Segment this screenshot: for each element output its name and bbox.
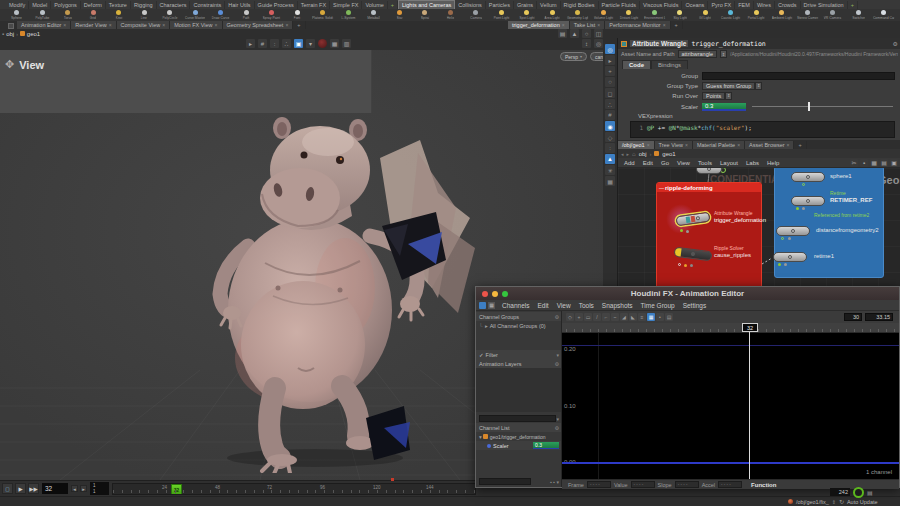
shelf-tool-area-light[interactable]: Area Light xyxy=(540,9,566,21)
pane-tab-composite-view[interactable]: Composite View× xyxy=(117,21,171,29)
close-icon[interactable]: × xyxy=(663,22,666,28)
close-window-button[interactable] xyxy=(482,291,488,297)
graph-playhead-line[interactable] xyxy=(749,323,750,479)
slider-handle[interactable] xyxy=(808,102,810,111)
shelf-tab-wires[interactable]: Wires xyxy=(754,1,775,9)
slope-input[interactable]: - - - - xyxy=(675,481,699,488)
select-arrow-icon[interactable]: ▸ xyxy=(246,39,255,48)
snap-toggle-icon[interactable]: # xyxy=(605,110,615,120)
cook-mode-icon[interactable] xyxy=(788,499,793,504)
shelf-tool-camera[interactable]: Camera xyxy=(463,9,489,21)
shelf-tab-vellum[interactable]: Vellum xyxy=(537,1,561,9)
move-keys-icon[interactable]: + xyxy=(575,313,583,321)
key-constant-icon[interactable]: ⌐ xyxy=(602,313,610,321)
expand-icon[interactable]: ▸ xyxy=(485,323,488,329)
shelf-tool-polycircle[interactable]: PolyCircle xyxy=(157,9,183,21)
shelf-tool-gi-light[interactable]: GI Light xyxy=(693,9,719,21)
step-back-button[interactable]: ◂ xyxy=(71,485,78,492)
run-over-combo[interactable]: Points xyxy=(702,92,725,100)
bypass-flag[interactable] xyxy=(678,263,681,266)
link-toggle-icon[interactable]: ↕ xyxy=(582,39,591,48)
snap-point-icon[interactable]: : xyxy=(270,39,279,48)
shelf-tool-command-camera[interactable]: Command Camera xyxy=(871,9,897,21)
shelf-tool-stereo-camera[interactable]: Stereo Camera xyxy=(795,9,821,21)
pane-tab-render-view[interactable]: Render View× xyxy=(71,21,116,29)
net-menu-add[interactable]: Add xyxy=(620,160,639,166)
close-icon[interactable]: × xyxy=(215,22,218,28)
net-menu-tools[interactable]: Tools xyxy=(694,160,716,166)
display-options-icon[interactable]: ▦ xyxy=(330,39,339,48)
template-flag[interactable] xyxy=(784,263,787,266)
show-table-icon[interactable]: ▤ xyxy=(665,313,673,321)
shelf-tool-spot-light[interactable]: Spot Light xyxy=(514,9,540,21)
net-menu-layout[interactable]: Layout xyxy=(716,160,742,166)
shelf-tab-guide-process[interactable]: Guide Process xyxy=(255,1,298,9)
close-icon[interactable]: × xyxy=(285,22,288,28)
shelf-tool-path[interactable]: Path xyxy=(234,9,260,21)
shelf-tool-knot[interactable]: Knot xyxy=(106,9,132,21)
node-sphere1[interactable] xyxy=(791,172,825,182)
gear-icon[interactable]: ⚙ xyxy=(555,314,559,320)
net-tab-asset-browser[interactable]: Asset Browser× xyxy=(745,141,794,149)
pane-tab-trigger-deformation[interactable]: trigger_deformation× xyxy=(508,21,570,29)
shelf-tab-characters[interactable]: Characters xyxy=(157,1,191,9)
maximize-pane-icon[interactable]: ▲ xyxy=(570,29,579,38)
shelf-tool-spray-paint[interactable]: Spray Paint xyxy=(259,9,285,21)
layout-icon[interactable]: ▤ xyxy=(880,159,888,167)
snap-menu-icon[interactable]: ▾ xyxy=(306,39,315,48)
pane-tab-animation-editor[interactable]: Animation Editor× xyxy=(17,21,71,29)
pin-view-icon[interactable]: ◎ xyxy=(594,39,603,48)
shelf-tool-ambient-light[interactable]: Ambient Light xyxy=(769,9,795,21)
ae-menu-edit[interactable]: Edit xyxy=(533,302,552,309)
net-menu-labs[interactable]: Labs xyxy=(742,160,763,166)
shelf-tool-volume-light[interactable]: Volume Light xyxy=(591,9,617,21)
scissors-icon[interactable]: ✂ xyxy=(850,159,858,167)
ae-menu-view[interactable]: View xyxy=(553,302,575,309)
ae-menu-channels[interactable]: Channels xyxy=(498,302,533,309)
shelf-tab-particle-fluids[interactable]: Particle Fluids xyxy=(599,1,641,9)
network-box-title[interactable]: ripple-deforming xyxy=(657,183,761,192)
ae-menu-time-group[interactable]: Time Group xyxy=(637,302,679,309)
vex-code-editor[interactable]: 1 @P += @N*@mask*chf("scaler"); xyxy=(630,121,895,138)
shelf-tool-metaball[interactable]: Metaball xyxy=(361,9,387,21)
minimize-window-button[interactable] xyxy=(492,291,498,297)
active-snap-icon[interactable]: ▣ xyxy=(294,39,303,48)
breadcrumb-node[interactable]: geo1 xyxy=(662,151,675,157)
home-icon[interactable]: ⌂ xyxy=(632,151,636,157)
tab-code[interactable]: Code xyxy=(622,60,651,69)
shelf-tool-draw-curve[interactable]: Draw Curve xyxy=(208,9,234,21)
graph-icon[interactable]: ▤ xyxy=(867,489,873,496)
accel-input[interactable]: - - - - xyxy=(718,481,742,488)
cusp-out-icon[interactable]: ◣ xyxy=(629,313,637,321)
stop-button[interactable]: ◻ xyxy=(2,483,13,494)
spinner-icon[interactable]: ⇕ xyxy=(725,92,732,100)
scaler-slider[interactable] xyxy=(752,106,893,107)
shelf-tab-rigid-bodies[interactable]: Rigid Bodies xyxy=(561,1,599,9)
template-flag[interactable] xyxy=(690,264,693,267)
gear-icon[interactable]: ⚙ xyxy=(555,425,559,431)
pin-icon[interactable]: ▪ xyxy=(860,159,868,167)
net-tab-material-palette[interactable]: Material Palette× xyxy=(693,141,745,149)
animation-editor-window[interactable]: Houdini FX - Animation Editor ▦ Channels… xyxy=(475,286,900,488)
shelf-tool-line[interactable]: Line xyxy=(132,9,158,21)
pane-tab-motion-fx-view[interactable]: Motion FX View× xyxy=(170,21,222,29)
close-icon[interactable]: × xyxy=(162,22,165,28)
value-input[interactable]: - - - - xyxy=(631,481,655,488)
frame-value-box[interactable]: 30 xyxy=(844,313,862,321)
template-flag[interactable] xyxy=(802,207,805,210)
shelf-tool-point-light[interactable]: Point Light xyxy=(489,9,515,21)
pane-tab-new-tab-button[interactable]: + xyxy=(293,21,305,29)
play-button[interactable]: ▶ xyxy=(15,483,26,494)
graph-time-ruler[interactable] xyxy=(562,323,899,333)
timeline-ruler[interactable]: 32 24487296120144 xyxy=(112,483,476,495)
asset-type-combo[interactable]: attribwrangle xyxy=(678,50,718,58)
shelf-tab-modify[interactable]: Modify xyxy=(6,1,29,9)
zoom-window-button[interactable] xyxy=(502,291,508,297)
shelf-tab-grains[interactable]: Grains xyxy=(514,1,537,9)
refresh-view-icon[interactable]: ○ xyxy=(582,29,591,38)
camera-cam2-selector[interactable]: cam2 ▾ xyxy=(590,52,603,61)
all-channel-groups-row[interactable]: └ ▸ All Channel Groups (0) xyxy=(476,321,562,330)
bottom-filter-input[interactable] xyxy=(479,478,531,485)
shelf-tab-simple-fx[interactable]: Simple FX xyxy=(330,1,362,9)
list-buttons[interactable]: ▪ ▪ ▾ xyxy=(550,479,559,485)
